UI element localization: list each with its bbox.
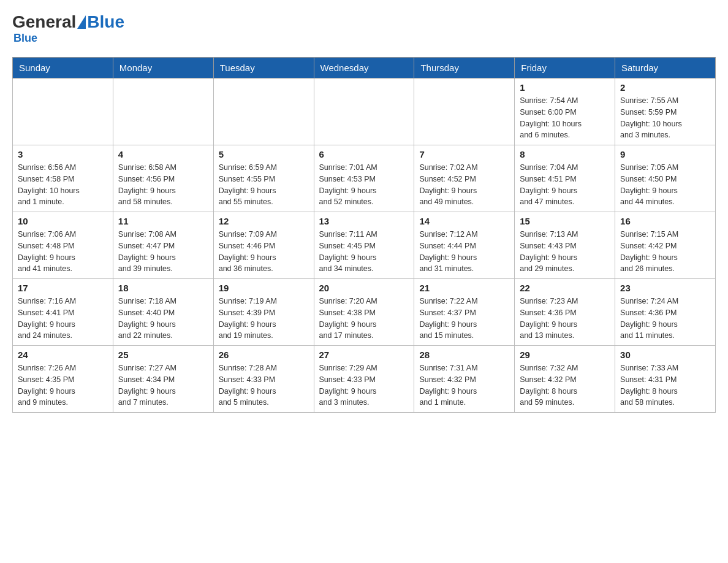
calendar-day-cell: 11Sunrise: 7:08 AMSunset: 4:47 PMDayligh… [113, 212, 213, 279]
calendar-day-cell: 23Sunrise: 7:24 AMSunset: 4:36 PMDayligh… [615, 279, 716, 346]
day-number: 10 [18, 216, 108, 226]
day-info: Sunrise: 7:16 AMSunset: 4:41 PMDaylight:… [18, 297, 76, 340]
day-info: Sunrise: 6:58 AMSunset: 4:56 PMDaylight:… [118, 163, 176, 206]
calendar-day-cell: 22Sunrise: 7:23 AMSunset: 4:36 PMDayligh… [515, 279, 615, 346]
calendar-weekday-header: Tuesday [213, 58, 314, 79]
day-info: Sunrise: 7:28 AMSunset: 4:33 PMDaylight:… [219, 364, 277, 407]
calendar-day-cell: 18Sunrise: 7:18 AMSunset: 4:40 PMDayligh… [113, 279, 213, 346]
calendar-week-row: 24Sunrise: 7:26 AMSunset: 4:35 PMDayligh… [13, 346, 716, 413]
day-number: 21 [419, 283, 509, 293]
day-number: 26 [219, 350, 309, 360]
day-info: Sunrise: 7:02 AMSunset: 4:52 PMDaylight:… [419, 163, 477, 206]
calendar-header-row: SundayMondayTuesdayWednesdayThursdayFrid… [13, 58, 716, 79]
logo-triangle-icon [77, 15, 86, 29]
logo-underline: Blue [13, 32, 37, 45]
day-number: 17 [18, 283, 108, 293]
day-info: Sunrise: 7:29 AMSunset: 4:33 PMDaylight:… [319, 364, 377, 407]
day-info: Sunrise: 7:31 AMSunset: 4:32 PMDaylight:… [419, 364, 477, 407]
day-number: 8 [520, 149, 610, 159]
day-number: 7 [419, 149, 509, 159]
calendar-day-cell: 4Sunrise: 6:58 AMSunset: 4:56 PMDaylight… [113, 145, 213, 212]
calendar-day-cell: 9Sunrise: 7:05 AMSunset: 4:50 PMDaylight… [615, 145, 716, 212]
calendar-day-cell: 6Sunrise: 7:01 AMSunset: 4:53 PMDaylight… [314, 145, 414, 212]
logo-blue-text: Blue [87, 12, 124, 32]
day-info: Sunrise: 7:24 AMSunset: 4:36 PMDaylight:… [620, 297, 678, 340]
calendar-day-cell: 15Sunrise: 7:13 AMSunset: 4:43 PMDayligh… [515, 212, 615, 279]
calendar-day-cell: 26Sunrise: 7:28 AMSunset: 4:33 PMDayligh… [213, 346, 314, 413]
day-info: Sunrise: 7:27 AMSunset: 4:34 PMDaylight:… [118, 364, 176, 407]
calendar-weekday-header: Wednesday [314, 58, 414, 79]
day-number: 30 [620, 350, 710, 360]
calendar-day-cell: 30Sunrise: 7:33 AMSunset: 4:31 PMDayligh… [615, 346, 716, 413]
day-info: Sunrise: 7:32 AMSunset: 4:32 PMDaylight:… [520, 364, 578, 407]
day-info: Sunrise: 7:12 AMSunset: 4:44 PMDaylight:… [419, 230, 477, 273]
day-number: 22 [520, 283, 610, 293]
logo-text: General Blue [12, 12, 124, 32]
day-info: Sunrise: 7:08 AMSunset: 4:47 PMDaylight:… [118, 230, 176, 273]
logo-general-text: General [12, 12, 76, 32]
calendar-weekday-header: Thursday [414, 58, 515, 79]
day-number: 15 [520, 216, 610, 226]
day-info: Sunrise: 7:13 AMSunset: 4:43 PMDaylight:… [520, 230, 578, 273]
day-info: Sunrise: 7:04 AMSunset: 4:51 PMDaylight:… [520, 163, 578, 206]
calendar-day-cell: 21Sunrise: 7:22 AMSunset: 4:37 PMDayligh… [414, 279, 515, 346]
day-info: Sunrise: 7:05 AMSunset: 4:50 PMDaylight:… [620, 163, 678, 206]
calendar-week-row: 17Sunrise: 7:16 AMSunset: 4:41 PMDayligh… [13, 279, 716, 346]
calendar-day-cell [414, 79, 515, 145]
day-number: 28 [419, 350, 509, 360]
day-info: Sunrise: 7:23 AMSunset: 4:36 PMDaylight:… [520, 297, 578, 340]
day-info: Sunrise: 7:15 AMSunset: 4:42 PMDaylight:… [620, 230, 678, 273]
calendar-day-cell: 2Sunrise: 7:55 AMSunset: 5:59 PMDaylight… [615, 79, 716, 145]
day-number: 27 [319, 350, 409, 360]
day-number: 1 [520, 82, 610, 93]
calendar-day-cell [314, 79, 414, 145]
calendar-weekday-header: Saturday [615, 58, 716, 79]
day-number: 5 [219, 149, 309, 159]
day-info: Sunrise: 7:11 AMSunset: 4:45 PMDaylight:… [319, 230, 377, 273]
calendar-weekday-header: Friday [515, 58, 615, 79]
day-number: 29 [520, 350, 610, 360]
day-number: 11 [118, 216, 208, 226]
day-number: 12 [219, 216, 309, 226]
day-info: Sunrise: 7:54 AMSunset: 6:00 PMDaylight:… [520, 96, 582, 139]
day-info: Sunrise: 6:56 AMSunset: 4:58 PMDaylight:… [18, 163, 80, 206]
calendar-day-cell: 29Sunrise: 7:32 AMSunset: 4:32 PMDayligh… [515, 346, 615, 413]
day-number: 4 [118, 149, 208, 159]
calendar-day-cell: 7Sunrise: 7:02 AMSunset: 4:52 PMDaylight… [414, 145, 515, 212]
calendar-day-cell: 24Sunrise: 7:26 AMSunset: 4:35 PMDayligh… [13, 346, 113, 413]
day-number: 6 [319, 149, 409, 159]
calendar-week-row: 10Sunrise: 7:06 AMSunset: 4:48 PMDayligh… [13, 212, 716, 279]
calendar-day-cell: 25Sunrise: 7:27 AMSunset: 4:34 PMDayligh… [113, 346, 213, 413]
day-info: Sunrise: 7:18 AMSunset: 4:40 PMDaylight:… [118, 297, 176, 340]
day-info: Sunrise: 7:33 AMSunset: 4:31 PMDaylight:… [620, 364, 678, 407]
calendar-day-cell: 10Sunrise: 7:06 AMSunset: 4:48 PMDayligh… [13, 212, 113, 279]
calendar-day-cell: 13Sunrise: 7:11 AMSunset: 4:45 PMDayligh… [314, 212, 414, 279]
calendar-day-cell: 5Sunrise: 6:59 AMSunset: 4:55 PMDaylight… [213, 145, 314, 212]
calendar-week-row: 1Sunrise: 7:54 AMSunset: 6:00 PMDaylight… [13, 79, 716, 145]
calendar-day-cell: 1Sunrise: 7:54 AMSunset: 6:00 PMDaylight… [515, 79, 615, 145]
calendar-day-cell: 12Sunrise: 7:09 AMSunset: 4:46 PMDayligh… [213, 212, 314, 279]
calendar-day-cell: 27Sunrise: 7:29 AMSunset: 4:33 PMDayligh… [314, 346, 414, 413]
calendar-day-cell: 17Sunrise: 7:16 AMSunset: 4:41 PMDayligh… [13, 279, 113, 346]
calendar-weekday-header: Monday [113, 58, 213, 79]
calendar-day-cell [113, 79, 213, 145]
day-number: 16 [620, 216, 710, 226]
day-number: 2 [620, 82, 710, 93]
day-number: 14 [419, 216, 509, 226]
day-number: 3 [18, 149, 108, 159]
day-info: Sunrise: 7:09 AMSunset: 4:46 PMDaylight:… [219, 230, 277, 273]
day-number: 13 [319, 216, 409, 226]
calendar-day-cell [13, 79, 113, 145]
calendar-day-cell: 28Sunrise: 7:31 AMSunset: 4:32 PMDayligh… [414, 346, 515, 413]
calendar-day-cell: 8Sunrise: 7:04 AMSunset: 4:51 PMDaylight… [515, 145, 615, 212]
logo: General Blue Blue [12, 12, 124, 45]
calendar-week-row: 3Sunrise: 6:56 AMSunset: 4:58 PMDaylight… [13, 145, 716, 212]
day-info: Sunrise: 7:55 AMSunset: 5:59 PMDaylight:… [620, 96, 682, 139]
calendar-day-cell: 3Sunrise: 6:56 AMSunset: 4:58 PMDaylight… [13, 145, 113, 212]
day-info: Sunrise: 7:06 AMSunset: 4:48 PMDaylight:… [18, 230, 76, 273]
calendar-day-cell: 20Sunrise: 7:20 AMSunset: 4:38 PMDayligh… [314, 279, 414, 346]
day-info: Sunrise: 7:19 AMSunset: 4:39 PMDaylight:… [219, 297, 277, 340]
day-number: 20 [319, 283, 409, 293]
day-number: 23 [620, 283, 710, 293]
day-number: 9 [620, 149, 710, 159]
